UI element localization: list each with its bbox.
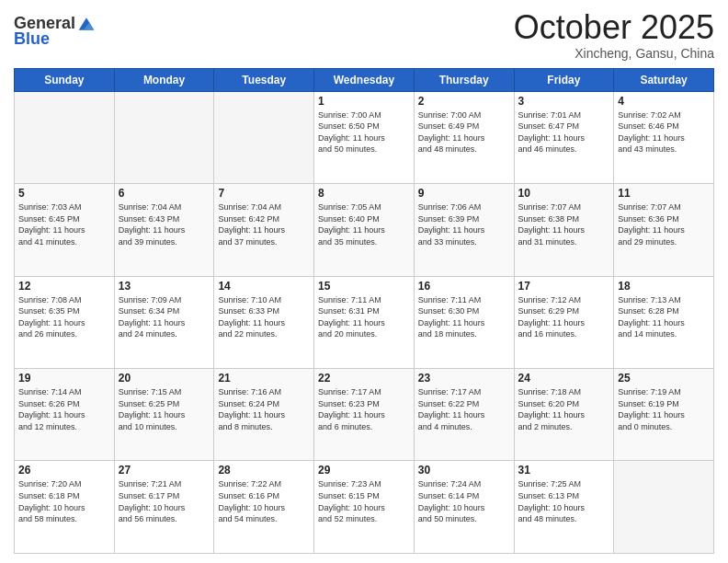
- day-number: 12: [18, 280, 110, 293]
- col-header-monday: Monday: [114, 68, 214, 91]
- month-title: October 2025: [514, 9, 714, 46]
- calendar-cell: 9Sunrise: 7:06 AM Sunset: 6:39 PM Daylig…: [414, 184, 514, 276]
- day-number: 23: [418, 372, 510, 385]
- day-info: Sunrise: 7:05 AM Sunset: 6:40 PM Dayligh…: [318, 201, 410, 247]
- calendar-cell: 5Sunrise: 7:03 AM Sunset: 6:45 PM Daylig…: [15, 184, 115, 276]
- day-number: 10: [518, 187, 610, 200]
- day-number: 11: [618, 187, 710, 200]
- calendar-cell: 11Sunrise: 7:07 AM Sunset: 6:36 PM Dayli…: [614, 184, 714, 276]
- day-number: 26: [18, 464, 110, 477]
- day-info: Sunrise: 7:07 AM Sunset: 6:36 PM Dayligh…: [618, 201, 710, 247]
- calendar-header-row: SundayMondayTuesdayWednesdayThursdayFrid…: [15, 68, 714, 91]
- day-number: 29: [318, 464, 410, 477]
- day-number: 4: [618, 95, 710, 108]
- day-info: Sunrise: 7:13 AM Sunset: 6:28 PM Dayligh…: [618, 294, 710, 340]
- day-number: 13: [119, 280, 210, 293]
- day-info: Sunrise: 7:17 AM Sunset: 6:22 PM Dayligh…: [418, 386, 510, 432]
- day-info: Sunrise: 7:15 AM Sunset: 6:25 PM Dayligh…: [119, 386, 210, 432]
- location: Xincheng, Gansu, China: [514, 46, 714, 61]
- calendar-cell: 17Sunrise: 7:12 AM Sunset: 6:29 PM Dayli…: [514, 276, 614, 368]
- day-info: Sunrise: 7:04 AM Sunset: 6:42 PM Dayligh…: [218, 201, 310, 247]
- calendar-cell: 18Sunrise: 7:13 AM Sunset: 6:28 PM Dayli…: [614, 276, 714, 368]
- day-number: 7: [218, 187, 310, 200]
- day-info: Sunrise: 7:09 AM Sunset: 6:34 PM Dayligh…: [119, 294, 210, 340]
- col-header-friday: Friday: [514, 68, 614, 91]
- calendar-cell: 2Sunrise: 7:00 AM Sunset: 6:49 PM Daylig…: [414, 91, 514, 183]
- calendar-cell: 4Sunrise: 7:02 AM Sunset: 6:46 PM Daylig…: [614, 91, 714, 183]
- day-info: Sunrise: 7:07 AM Sunset: 6:38 PM Dayligh…: [518, 201, 610, 247]
- day-number: 28: [218, 464, 310, 477]
- day-number: 17: [518, 280, 610, 293]
- day-info: Sunrise: 7:18 AM Sunset: 6:20 PM Dayligh…: [518, 386, 610, 432]
- day-number: 30: [418, 464, 510, 477]
- logo: General Blue: [14, 14, 96, 49]
- week-row-5: 26Sunrise: 7:20 AM Sunset: 6:18 PM Dayli…: [15, 461, 714, 554]
- calendar-table: SundayMondayTuesdayWednesdayThursdayFrid…: [14, 68, 714, 554]
- week-row-2: 5Sunrise: 7:03 AM Sunset: 6:45 PM Daylig…: [15, 184, 714, 276]
- day-info: Sunrise: 7:00 AM Sunset: 6:49 PM Dayligh…: [418, 109, 510, 155]
- day-info: Sunrise: 7:24 AM Sunset: 6:14 PM Dayligh…: [418, 478, 510, 524]
- day-info: Sunrise: 7:21 AM Sunset: 6:17 PM Dayligh…: [119, 478, 210, 524]
- calendar-cell: 6Sunrise: 7:04 AM Sunset: 6:43 PM Daylig…: [114, 184, 214, 276]
- calendar-cell: 20Sunrise: 7:15 AM Sunset: 6:25 PM Dayli…: [114, 369, 214, 461]
- calendar-cell: 1Sunrise: 7:00 AM Sunset: 6:50 PM Daylig…: [314, 91, 415, 183]
- calendar-cell: 16Sunrise: 7:11 AM Sunset: 6:30 PM Dayli…: [414, 276, 514, 368]
- calendar-cell: 13Sunrise: 7:09 AM Sunset: 6:34 PM Dayli…: [114, 276, 214, 368]
- calendar-cell: 3Sunrise: 7:01 AM Sunset: 6:47 PM Daylig…: [514, 91, 614, 183]
- calendar-cell: [214, 91, 314, 183]
- col-header-wednesday: Wednesday: [314, 68, 415, 91]
- calendar-cell: 25Sunrise: 7:19 AM Sunset: 6:19 PM Dayli…: [614, 369, 714, 461]
- day-info: Sunrise: 7:22 AM Sunset: 6:16 PM Dayligh…: [218, 478, 310, 524]
- day-info: Sunrise: 7:23 AM Sunset: 6:15 PM Dayligh…: [318, 478, 410, 524]
- calendar-cell: 30Sunrise: 7:24 AM Sunset: 6:14 PM Dayli…: [414, 461, 514, 554]
- header: General Blue October 2025 Xincheng, Gans…: [14, 9, 714, 61]
- week-row-1: 1Sunrise: 7:00 AM Sunset: 6:50 PM Daylig…: [15, 91, 714, 183]
- day-number: 24: [518, 372, 610, 385]
- day-number: 8: [318, 187, 410, 200]
- day-number: 22: [318, 372, 410, 385]
- day-info: Sunrise: 7:03 AM Sunset: 6:45 PM Dayligh…: [18, 201, 110, 247]
- day-info: Sunrise: 7:08 AM Sunset: 6:35 PM Dayligh…: [18, 294, 110, 340]
- title-block: October 2025 Xincheng, Gansu, China: [514, 9, 714, 61]
- calendar-cell: 31Sunrise: 7:25 AM Sunset: 6:13 PM Dayli…: [514, 461, 614, 554]
- col-header-tuesday: Tuesday: [214, 68, 314, 91]
- calendar-cell: 21Sunrise: 7:16 AM Sunset: 6:24 PM Dayli…: [214, 369, 314, 461]
- calendar-cell: 19Sunrise: 7:14 AM Sunset: 6:26 PM Dayli…: [15, 369, 115, 461]
- day-info: Sunrise: 7:14 AM Sunset: 6:26 PM Dayligh…: [18, 386, 110, 432]
- day-number: 21: [218, 372, 310, 385]
- calendar-cell: 8Sunrise: 7:05 AM Sunset: 6:40 PM Daylig…: [314, 184, 415, 276]
- week-row-4: 19Sunrise: 7:14 AM Sunset: 6:26 PM Dayli…: [15, 369, 714, 461]
- day-number: 19: [18, 372, 110, 385]
- col-header-sunday: Sunday: [15, 68, 115, 91]
- day-info: Sunrise: 7:12 AM Sunset: 6:29 PM Dayligh…: [518, 294, 610, 340]
- day-number: 9: [418, 187, 510, 200]
- day-info: Sunrise: 7:20 AM Sunset: 6:18 PM Dayligh…: [18, 478, 110, 524]
- day-number: 15: [318, 280, 410, 293]
- day-number: 5: [18, 187, 110, 200]
- calendar-cell: [15, 91, 115, 183]
- calendar-cell: 14Sunrise: 7:10 AM Sunset: 6:33 PM Dayli…: [214, 276, 314, 368]
- page: General Blue October 2025 Xincheng, Gans…: [0, 0, 728, 563]
- day-info: Sunrise: 7:11 AM Sunset: 6:31 PM Dayligh…: [318, 294, 410, 340]
- calendar-cell: [114, 91, 214, 183]
- calendar-cell: 7Sunrise: 7:04 AM Sunset: 6:42 PM Daylig…: [214, 184, 314, 276]
- col-header-saturday: Saturday: [614, 68, 714, 91]
- day-number: 25: [618, 372, 710, 385]
- day-number: 14: [218, 280, 310, 293]
- day-number: 2: [418, 95, 510, 108]
- calendar-cell: 28Sunrise: 7:22 AM Sunset: 6:16 PM Dayli…: [214, 461, 314, 554]
- calendar-cell: 10Sunrise: 7:07 AM Sunset: 6:38 PM Dayli…: [514, 184, 614, 276]
- day-number: 18: [618, 280, 710, 293]
- day-info: Sunrise: 7:10 AM Sunset: 6:33 PM Dayligh…: [218, 294, 310, 340]
- day-number: 1: [318, 95, 410, 108]
- day-number: 31: [518, 464, 610, 477]
- calendar-cell: [614, 461, 714, 554]
- day-info: Sunrise: 7:16 AM Sunset: 6:24 PM Dayligh…: [218, 386, 310, 432]
- day-number: 3: [518, 95, 610, 108]
- calendar-cell: 29Sunrise: 7:23 AM Sunset: 6:15 PM Dayli…: [314, 461, 415, 554]
- calendar-cell: 26Sunrise: 7:20 AM Sunset: 6:18 PM Dayli…: [15, 461, 115, 554]
- calendar-cell: 22Sunrise: 7:17 AM Sunset: 6:23 PM Dayli…: [314, 369, 415, 461]
- day-number: 16: [418, 280, 510, 293]
- day-number: 20: [119, 372, 210, 385]
- day-info: Sunrise: 7:17 AM Sunset: 6:23 PM Dayligh…: [318, 386, 410, 432]
